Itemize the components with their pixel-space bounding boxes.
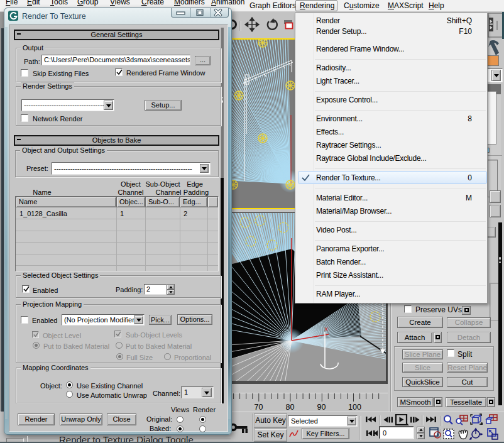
- svg-text:X: X: [324, 326, 328, 332]
- svg-text:80: 80: [286, 403, 295, 412]
- svg-text:100: 100: [348, 403, 361, 412]
- svg-text:70: 70: [255, 403, 263, 412]
- svg-text:90: 90: [317, 403, 326, 412]
